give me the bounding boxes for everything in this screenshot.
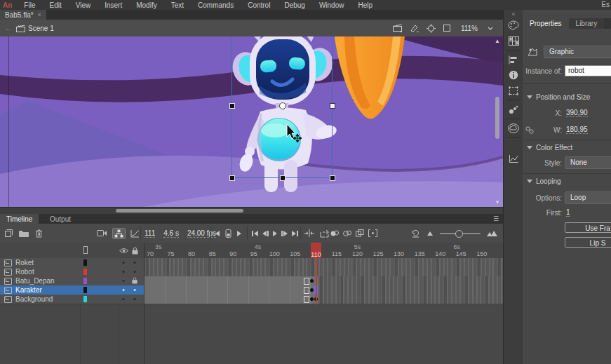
stage-vertical-scrollbar[interactable]: ▲ ▼ — [494, 36, 501, 207]
first-frame-value[interactable]: 1 — [566, 208, 570, 217]
frame-rate-value[interactable]: 24.00 fps — [187, 229, 216, 238]
tab-timeline[interactable]: Timeline — [0, 214, 39, 224]
back-arrow-icon[interactable]: ← — [0, 24, 16, 32]
menu-insert[interactable]: Insert — [98, 1, 129, 9]
section-color-effect[interactable]: Color Effect — [527, 144, 572, 151]
timeline-zoom-in-icon[interactable] — [487, 230, 497, 237]
motion-editor-panel-button[interactable] — [504, 151, 523, 166]
current-frame-value[interactable]: 111 — [145, 229, 155, 238]
symbol-type-select[interactable]: Graphic — [544, 46, 611, 58]
clip-content-icon[interactable] — [443, 24, 451, 32]
play-button[interactable] — [273, 231, 277, 236]
loop-options-select[interactable]: Loop — [565, 191, 611, 204]
selection-handle-bottom-center[interactable] — [280, 175, 286, 181]
frame-row-background[interactable] — [145, 295, 503, 304]
layer-lock-dot[interactable]: • — [130, 286, 139, 294]
layer-outline-color[interactable] — [83, 287, 87, 293]
layer-outline-color[interactable] — [83, 296, 87, 302]
menu-modify[interactable]: Modify — [129, 1, 163, 9]
step-back-one-frame-button[interactable] — [262, 231, 269, 236]
layer-row-karakter[interactable]: Karakter•• — [0, 285, 144, 295]
edit-symbols-icon[interactable] — [410, 24, 419, 32]
section-position-size[interactable]: Position and Size — [527, 93, 590, 101]
elapsed-time-value[interactable]: 4.6 s — [163, 229, 179, 238]
menu-edit[interactable]: Edit — [42, 1, 68, 9]
frame-row-robot[interactable] — [145, 267, 503, 277]
constrain-link-icon[interactable] — [525, 126, 534, 134]
info-panel-button[interactable] — [504, 67, 523, 83]
layer-visibility-dot[interactable]: • — [119, 259, 128, 267]
align-panel-button[interactable] — [504, 52, 523, 67]
center-stage-icon[interactable] — [427, 24, 436, 33]
collapse-triangle-icon[interactable] — [527, 146, 532, 149]
visibility-column-eye-icon[interactable] — [119, 248, 128, 254]
timeline-zoom-out-icon[interactable] — [427, 230, 434, 236]
menu-commands[interactable]: Commands — [191, 1, 241, 9]
use-frame-picker-button[interactable]: Use Fra — [565, 222, 611, 233]
instance-name-field[interactable]: robot — [565, 65, 611, 76]
layer-row-roket[interactable]: Roket•• — [0, 258, 144, 268]
go-to-last-frame-button[interactable] — [292, 231, 298, 236]
layer-visibility-dot[interactable]: • — [119, 286, 128, 294]
tab-library[interactable]: Library — [569, 18, 605, 29]
reset-timeline-zoom-icon[interactable] — [411, 229, 420, 238]
frames-area[interactable]: 110 3s4s5s6s7075808590951001051151201251… — [145, 243, 503, 364]
layer-lock-dot[interactable]: • — [130, 295, 139, 303]
step-back-icon[interactable] — [215, 231, 220, 236]
playhead-marker[interactable]: 110 — [311, 243, 321, 258]
collapse-triangle-icon[interactable] — [527, 95, 532, 99]
collapse-triangle-icon[interactable] — [527, 180, 532, 183]
onion-skin-icon[interactable] — [330, 229, 339, 237]
go-to-first-frame-button[interactable] — [252, 231, 258, 236]
collapse-panels-icon[interactable]: « — [504, 11, 523, 18]
timeline-zoom-slider-knob[interactable] — [455, 230, 463, 238]
new-layer-icon[interactable] — [4, 229, 13, 238]
brush-library-panel-button[interactable] — [504, 102, 523, 117]
scroll-up-icon[interactable]: ▲ — [494, 38, 501, 44]
layer-name[interactable]: Robot — [15, 268, 34, 276]
selection-handle-bottom-left[interactable] — [229, 175, 235, 181]
outline-color-column-icon[interactable] — [83, 246, 88, 254]
delete-layer-icon[interactable] — [35, 229, 43, 238]
lip-syncing-button[interactable]: Lip S — [565, 237, 611, 248]
w-value[interactable]: 180,95 — [566, 126, 588, 134]
frame-row-roket[interactable] — [145, 258, 503, 268]
cc-libraries-panel-button[interactable] — [504, 121, 523, 136]
tab-output[interactable]: Output — [43, 214, 77, 224]
layer-name[interactable]: Roket — [15, 259, 34, 267]
document-tab[interactable]: Bab5.fla* × — [0, 10, 46, 20]
close-tab-icon[interactable]: × — [38, 11, 41, 18]
step-forward-icon[interactable] — [237, 231, 241, 236]
layer-name[interactable]: Batu_Depan — [15, 277, 55, 285]
color-panel-button[interactable] — [504, 18, 523, 33]
selection-handle-right[interactable] — [330, 103, 335, 109]
menu-control[interactable]: Control — [241, 1, 277, 9]
layer-visibility-dot[interactable]: • — [119, 277, 128, 285]
camera-icon[interactable] — [97, 229, 107, 237]
layer-visibility-dot[interactable]: • — [119, 295, 128, 303]
layer-outline-color[interactable] — [83, 278, 87, 284]
layer-lock-icon[interactable] — [130, 277, 139, 285]
graph-editor-icon[interactable] — [130, 229, 140, 238]
edit-scene-icon[interactable] — [393, 24, 403, 32]
x-value[interactable]: 390,90 — [566, 109, 588, 117]
layer-lock-dot[interactable]: • — [130, 259, 139, 267]
layer-visibility-dot[interactable]: • — [119, 268, 128, 276]
selection-handle-left[interactable] — [229, 103, 235, 109]
current-frame-indicator-icon[interactable] — [225, 229, 231, 238]
vertical-scroll-thumb[interactable] — [495, 97, 499, 139]
onion-skin-outlines-icon[interactable] — [343, 229, 351, 237]
layer-row-batu_depan[interactable]: Batu_Depan• — [0, 276, 144, 286]
swatches-panel-button[interactable] — [504, 33, 523, 48]
style-select[interactable]: None — [565, 156, 611, 169]
selection-handle-bottom-right[interactable] — [330, 175, 335, 181]
layer-row-robot[interactable]: Robot•• — [0, 267, 144, 277]
layer-name[interactable]: Karakter — [15, 286, 42, 294]
edit-multiple-frames-icon[interactable] — [356, 229, 364, 237]
menu-help[interactable]: Help — [351, 1, 380, 9]
layer-outline-color[interactable] — [83, 269, 87, 275]
menu-debug[interactable]: Debug — [277, 1, 311, 9]
layer-row-background[interactable]: Background•• — [0, 295, 144, 304]
frame-row-batu_depan[interactable] — [145, 276, 503, 286]
tab-properties[interactable]: Properties — [523, 18, 569, 29]
